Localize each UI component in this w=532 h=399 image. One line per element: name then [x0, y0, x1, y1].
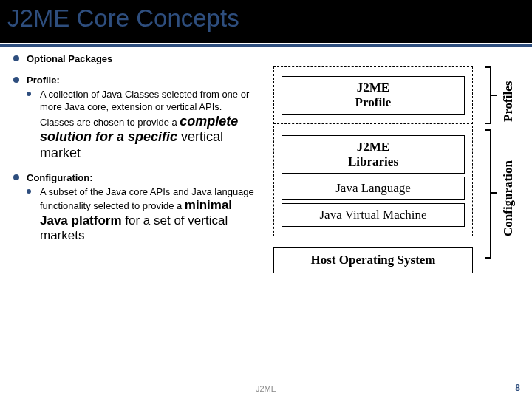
bullet-profile-sub: A collection of Java Classes selected fr…: [27, 89, 256, 162]
slide-title: J2ME Core Concepts: [7, 4, 239, 33]
bullet-text: Optional Packages: [27, 53, 112, 64]
title-rule: [0, 44, 532, 47]
bracket-tick: [485, 66, 491, 68]
box-j2me-libraries: J2ME Libraries: [282, 135, 465, 174]
bracket-tick: [485, 123, 491, 124]
configuration-group: J2ME Libraries Java Language Java Virtua…: [273, 126, 473, 236]
bracket-tick: [485, 129, 491, 131]
bullet-content: Optional Packages Profile: A collection …: [13, 53, 256, 254]
box-host-os: Host Operating System: [273, 247, 473, 273]
bullet-head: Profile:: [27, 75, 60, 86]
box-jvm: Java Virtual Machine: [282, 203, 465, 227]
bullet-configuration: Configuration: A subset of the Java core…: [13, 172, 256, 244]
side-label-configuration: Configuration: [501, 160, 516, 236]
bullet-head: Configuration:: [27, 172, 93, 183]
profile-group: J2ME Profile: [273, 66, 473, 124]
slide: J2ME Core Concepts Optional Packages Pro…: [0, 0, 532, 399]
bracket-tick: [491, 192, 497, 194]
bracket-config-bar: [490, 129, 491, 259]
page-number: 8: [515, 383, 520, 393]
bracket-tick: [485, 257, 491, 259]
side-label-profiles: Profiles: [501, 81, 516, 122]
footer-center-label: J2ME: [0, 384, 532, 393]
bullet-profile: Profile: A collection of Java Classes se…: [13, 75, 256, 162]
architecture-diagram: J2ME Profile J2ME Libraries Java Languag…: [273, 66, 473, 273]
bullet-optional-packages: Optional Packages: [13, 53, 256, 64]
bullet-config-sub: A subset of the Java core APIs and Java …: [27, 186, 256, 244]
box-java-language: Java Language: [282, 177, 465, 200]
bracket-tick: [491, 95, 497, 96]
box-j2me-profile: J2ME Profile: [282, 76, 465, 115]
